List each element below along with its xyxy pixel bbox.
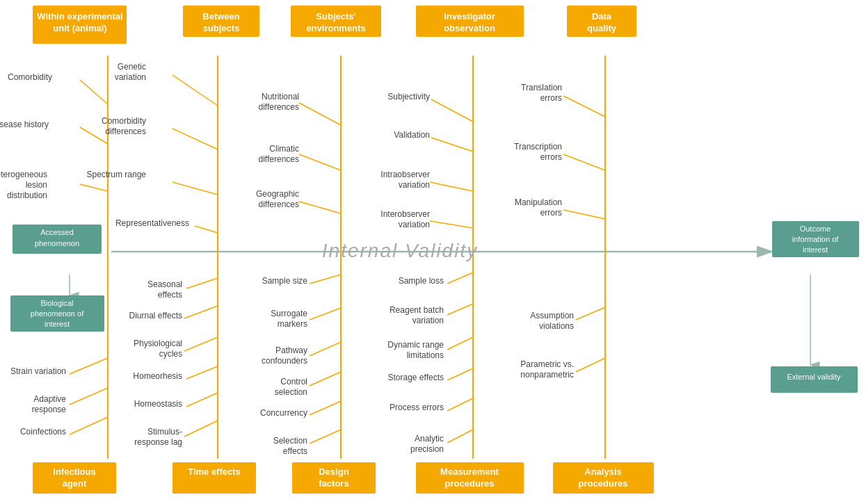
diurnal-label: Diurnal effects	[129, 311, 182, 320]
spectrum-range-label: Spectrum range	[87, 170, 147, 179]
homeostasis-label: Homeostasis	[134, 399, 182, 409]
svg-line-37	[447, 368, 473, 380]
svg-text:effects: effects	[283, 446, 307, 456]
svg-line-10	[299, 154, 341, 170]
svg-text:variation: variation	[115, 72, 146, 82]
svg-text:violations: violations	[539, 321, 574, 331]
manipulation-label: Manipulation	[515, 197, 562, 207]
outcome-label: Outcome	[800, 225, 831, 233]
svg-line-34	[447, 273, 473, 284]
svg-line-41	[576, 358, 605, 372]
svg-line-7	[173, 182, 218, 195]
svg-text:nonparametric: nonparametric	[520, 370, 574, 380]
physiological-label: Physiological	[134, 339, 182, 348]
transcription-label: Transcription	[514, 142, 562, 152]
svg-line-6	[173, 129, 218, 149]
homeorhesis-label: Homeorhesis	[133, 371, 182, 381]
svg-line-35	[447, 304, 473, 315]
svg-text:errors: errors	[540, 152, 562, 162]
svg-line-17	[563, 154, 605, 170]
comorbidity-label: Comorbidity	[8, 72, 52, 82]
svg-line-12	[431, 99, 473, 122]
svg-text:response: response	[32, 405, 67, 414]
svg-text:confounders: confounders	[262, 356, 307, 366]
svg-line-22	[186, 278, 218, 288]
svg-text:variation: variation	[399, 220, 430, 229]
geographic-label: Geographic	[256, 189, 299, 199]
genetic-variation-label: Genetic	[118, 62, 146, 72]
svg-line-23	[184, 306, 218, 318]
svg-text:phenomenon: phenomenon	[35, 239, 79, 247]
svg-line-19	[70, 358, 108, 374]
svg-line-9	[299, 103, 341, 125]
biological-phenomenon-label: Biological	[40, 299, 73, 307]
infectious-label: Infectious	[53, 466, 95, 477]
intraobserver-label: Intraobserver	[380, 170, 430, 179]
analytic-precision-label: Analytic	[415, 434, 444, 444]
sample-size-label: Sample size	[262, 276, 308, 286]
svg-line-3	[80, 127, 108, 144]
svg-line-29	[310, 308, 341, 320]
svg-line-33	[310, 430, 341, 444]
svg-line-40	[576, 307, 605, 320]
svg-line-26	[186, 393, 218, 407]
svg-text:response lag: response lag	[134, 437, 182, 447]
svg-text:factors: factors	[319, 478, 348, 489]
svg-text:differences: differences	[259, 102, 299, 112]
svg-line-4	[80, 184, 108, 191]
representativeness-label: Representativeness	[115, 218, 189, 228]
accessed-phenomenon-label: Accessed	[40, 228, 74, 236]
time-label: Time effects	[188, 466, 241, 477]
svg-line-28	[310, 275, 341, 284]
svg-line-36	[447, 337, 473, 350]
stimulus-label: Stimulus-	[147, 427, 182, 437]
disease-history-label: Disease history	[0, 120, 49, 129]
subjectivity-label: Subjectivity	[387, 92, 430, 101]
within-label: Within experimental	[37, 11, 122, 22]
svg-line-18	[563, 210, 605, 219]
svg-text:differences: differences	[259, 154, 299, 164]
analysis-label: Analysis	[584, 466, 621, 477]
svg-line-39	[447, 430, 473, 443]
investigator-label: Investigator	[444, 11, 495, 22]
data-quality-label: Data	[592, 11, 612, 22]
svg-line-30	[310, 342, 341, 356]
control-selection-label: Control	[280, 377, 307, 387]
concurrency-label: Concurrency	[260, 408, 307, 418]
measurement-label: Measurement	[440, 466, 499, 477]
between-label: Between	[202, 11, 240, 22]
seasonal-label: Seasonal	[147, 279, 182, 289]
translation-label: Translation	[521, 83, 562, 92]
svg-line-21	[70, 417, 108, 434]
svg-text:phenomenon of: phenomenon of	[31, 309, 84, 318]
svg-line-8	[195, 226, 218, 233]
storage-effects-label: Storage effects	[388, 373, 444, 382]
svg-line-31	[310, 372, 341, 386]
center-label: Internal Validity	[322, 240, 478, 261]
svg-text:quality: quality	[587, 23, 617, 33]
svg-text:subjects: subjects	[203, 23, 240, 33]
svg-text:agent: agent	[63, 478, 87, 489]
svg-line-14	[430, 182, 473, 191]
svg-text:unit (animal): unit (animal)	[53, 23, 106, 33]
strain-variation-label: Strain variation	[10, 366, 66, 376]
svg-text:differences: differences	[259, 200, 299, 209]
adaptive-response-label: Adaptive	[33, 394, 66, 404]
subjects-env-label: Subjects'	[316, 11, 355, 22]
svg-text:limitations: limitations	[407, 350, 444, 360]
svg-line-11	[299, 202, 341, 213]
svg-line-24	[184, 337, 218, 351]
dynamic-range-label: Dynamic range	[387, 340, 444, 350]
design-label: Design	[319, 466, 348, 477]
svg-line-2	[80, 80, 108, 104]
reagent-batch-label: Reagent batch	[390, 305, 444, 315]
svg-line-15	[430, 221, 473, 228]
svg-text:errors: errors	[540, 208, 562, 218]
interobserver-label: Interobserver	[380, 209, 430, 219]
svg-text:errors: errors	[540, 93, 562, 103]
validation-label: Validation	[394, 130, 430, 140]
svg-text:interest: interest	[803, 245, 828, 254]
svg-text:environments: environments	[306, 23, 365, 33]
svg-text:markers: markers	[278, 319, 307, 329]
svg-line-5	[173, 75, 218, 106]
